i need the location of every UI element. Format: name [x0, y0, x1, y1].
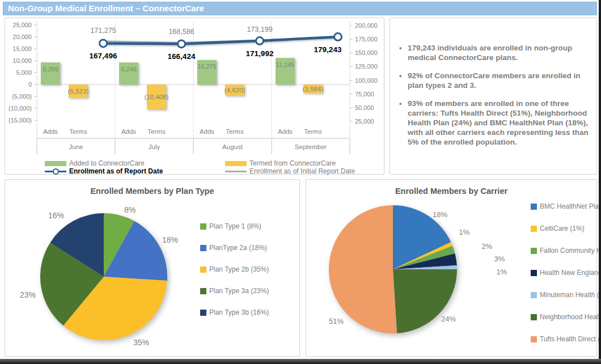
pie-slice	[393, 269, 457, 333]
legend-item: PlanType 2a (18%)	[200, 244, 267, 252]
initial-line-data-label: 171,275	[90, 27, 116, 35]
enrollment-trend-panel: 25,00020,00015,00010,0005,0000(5,000)(10…	[5, 18, 384, 175]
left-axis-tick-label: 25,000	[12, 22, 32, 28]
legend-line-icon	[225, 171, 247, 172]
bullet-icon: •	[399, 99, 408, 147]
bullet-icon: •	[399, 71, 408, 90]
adds-bar-label: 9,269	[43, 66, 58, 73]
legend-label: Minuteman Health (1%)	[540, 291, 601, 299]
bullet-text: 93% of members are enrolled in one of th…	[408, 99, 591, 147]
legend-item: Fallon Community Health Plan (2%)	[531, 247, 601, 255]
report-line-data-label: 171,992	[246, 49, 274, 58]
enrollment-combo-chart: 25,00020,00015,00010,0005,0000(5,000)(10…	[5, 18, 384, 174]
left-axis-tick-label: (10,000)	[9, 105, 32, 112]
category-label-adds: Adds	[43, 128, 58, 135]
left-axis-tick-label: (15,000)	[9, 117, 32, 124]
legend-label: Added to ConnectorCare	[69, 159, 145, 167]
legend-swatch-icon	[200, 288, 206, 294]
pie-percent-label: 18%	[162, 235, 178, 244]
terms-bar-label: (5,523)	[68, 88, 89, 95]
pie-percent-label: 3%	[494, 255, 505, 263]
legend-swatch-icon	[531, 204, 537, 210]
pie-percent-label: 16%	[48, 211, 64, 220]
legend-item: Termed from ConnectorCare	[225, 159, 336, 167]
legend-swatch-icon	[200, 245, 206, 251]
line-marker	[178, 40, 185, 48]
bullet-text: 179,243 individuals are enrolled in non-…	[408, 43, 591, 62]
terms-bar-label: (3,584)	[303, 86, 324, 92]
month-label: September	[295, 143, 327, 150]
pie-slice	[329, 205, 397, 333]
left-axis-tick-label: 0	[28, 81, 32, 88]
legend-label: BMC HealthNet Plan (18%)	[540, 202, 601, 210]
category-label-terms: Terms	[226, 128, 244, 135]
page-title: Non-Group Medical Enrollment – Connector…	[8, 3, 204, 13]
pie-percent-label: 18%	[433, 210, 447, 219]
terms-bar-label: (10,408)	[145, 94, 169, 100]
legend-label: Fallon Community Health Plan (2%)	[540, 247, 601, 255]
pie-percent-label: 24%	[441, 315, 456, 323]
bullet-item: • 93% of members are enrolled in one of …	[399, 99, 591, 147]
category-label-adds: Adds	[121, 128, 136, 135]
legend-item: Enrollment as of Initial Report Date	[225, 167, 355, 175]
legend-item: BMC HealthNet Plan (18%)	[531, 202, 601, 210]
report-enrollment-line	[103, 37, 338, 44]
legend-swatch-icon	[531, 248, 537, 254]
legend-swatch-icon	[531, 270, 537, 276]
pie-percent-label: 1%	[459, 228, 470, 236]
legend-label: Enrollment as of Report Date	[69, 167, 163, 175]
pie-percent-label: 51%	[329, 317, 344, 325]
adds-bar-label: 10,275	[197, 63, 217, 70]
legend-label: Plan Type 3b (16%)	[209, 308, 269, 316]
month-label: August	[222, 143, 243, 150]
legend-item: Added to ConnectorCare	[45, 159, 145, 167]
legend-item: Minuteman Health (1%)	[531, 291, 601, 299]
left-axis-tick-label: 15,000	[12, 45, 32, 52]
dashboard: Non-Group Medical Enrollment – Connector…	[0, 0, 601, 364]
left-axis-tick-label: 10,000	[12, 57, 32, 64]
adds-bar-label: 9,246	[121, 66, 137, 73]
adds-bar-label: 11,145	[276, 61, 295, 68]
legend-item: Plan Type 3b (16%)	[200, 308, 269, 316]
legend-line-swatch-icon	[225, 168, 247, 174]
month-label: July	[149, 143, 160, 150]
category-label-terms: Terms	[147, 128, 166, 135]
category-label-terms: Terms	[304, 128, 322, 135]
category-label-terms: Terms	[69, 128, 87, 135]
line-marker	[335, 33, 342, 41]
left-axis-tick-label: 5,000	[16, 69, 32, 76]
month-label: June	[69, 143, 83, 150]
terms-bar-label: (4,620)	[225, 87, 246, 94]
legend-item: Neighborhood Health Plan (24%)	[531, 313, 601, 321]
legend-label: PlanType 2a (18%)	[209, 244, 267, 252]
category-label-adds: Adds	[200, 128, 214, 135]
left-axis-tick-label: (5,000)	[12, 93, 32, 100]
pie	[40, 213, 167, 340]
report-line-data-label: 167,496	[90, 52, 117, 60]
legend-swatch-icon	[531, 336, 537, 342]
legend-label: Plan Type 3a (23%)	[209, 287, 269, 295]
legend-item: Plan Type 2b (35%)	[200, 265, 269, 273]
bullet-text: 92% of ConnectorCare members are enrolle…	[408, 71, 591, 90]
insights-panel: • 179,243 individuals are enrolled in no…	[390, 18, 597, 175]
carrier-panel: Enrolled Members by Carrier 18%1%2%3%1%2…	[306, 179, 597, 357]
left-axis-tick-label: 20,000	[12, 33, 32, 40]
legend-swatch-icon	[531, 292, 537, 298]
insights-bullet-list: • 179,243 individuals are enrolled in no…	[399, 43, 591, 155]
bullet-icon: •	[399, 43, 408, 62]
initial-line-data-label: 173,199	[247, 26, 272, 33]
category-label-adds: Adds	[278, 128, 293, 135]
legend-label: Termed from ConnectorCare	[249, 159, 336, 167]
title-bar: Non-Group Medical Enrollment – Connector…	[3, 2, 597, 15]
legend-item: Health New England (3%)	[531, 269, 601, 277]
right-axis-tick-label: 150,000	[355, 49, 378, 56]
legend-label: Neighborhood Health Plan (24%)	[540, 313, 601, 321]
bullet-item: • 92% of ConnectorCare members are enrol…	[399, 71, 591, 90]
legend-label: Plan Type 2b (35%)	[209, 265, 269, 273]
right-axis-tick-label: 25,000	[355, 118, 374, 125]
right-axis-tick-label: 75,000	[355, 91, 374, 98]
window-edge-bottom	[0, 359, 601, 364]
legend-swatch-icon	[200, 266, 206, 273]
legend-item: Tufts Health Direct (51%)	[531, 335, 601, 343]
bullet-item: • 179,243 individuals are enrolled in no…	[399, 43, 591, 62]
